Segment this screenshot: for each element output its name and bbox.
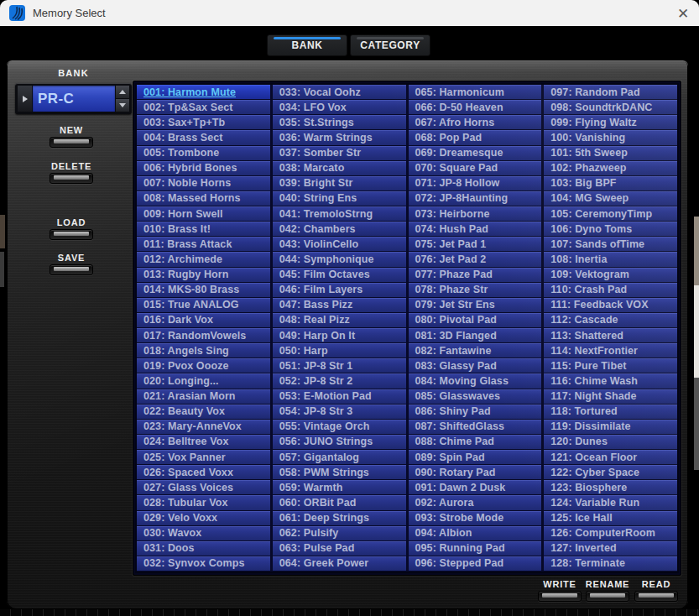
patch-item[interactable]: 066: D-50 Heaven	[409, 100, 542, 115]
patch-item[interactable]: 104: MG Sweep	[544, 191, 677, 206]
patch-item[interactable]: 079: Jet Str Ens	[409, 298, 542, 313]
patch-item[interactable]: 126: ComputerRoom	[544, 526, 677, 541]
read-button[interactable]	[634, 591, 678, 602]
patch-item[interactable]: 051: JP-8 Str 1	[273, 358, 406, 373]
patch-item[interactable]: 057: Gigantalog	[273, 450, 406, 465]
patch-item[interactable]: 021: Arasian Morn	[137, 389, 270, 405]
patch-item[interactable]: 099: Flying Waltz	[544, 115, 677, 130]
patch-item[interactable]: 110: Crash Pad	[544, 283, 677, 298]
patch-item[interactable]: 043: ViolinCello	[273, 237, 406, 252]
patch-item[interactable]: 061: Deep Strings	[273, 511, 406, 526]
patch-item[interactable]: 103: Big BPF	[544, 176, 677, 191]
patch-item[interactable]: 119: Dissimilate	[544, 420, 677, 435]
patch-item[interactable]: 083: Glassy Pad	[409, 358, 542, 373]
patch-item[interactable]: 025: Vox Panner	[137, 450, 270, 465]
patch-item[interactable]: 096: Stepped Pad	[409, 556, 542, 572]
patch-item[interactable]: 030: Wavox	[137, 526, 270, 541]
patch-item[interactable]: 018: Angels Sing	[137, 343, 270, 358]
patch-item[interactable]: 062: Pulsify	[273, 526, 406, 541]
delete-button[interactable]	[50, 173, 93, 184]
patch-item[interactable]: 078: Phaze Str	[409, 283, 542, 298]
patch-item[interactable]: 127: Inverted	[544, 541, 677, 556]
write-button[interactable]	[538, 591, 582, 602]
patch-item[interactable]: 015: True ANALOG	[137, 298, 270, 313]
patch-item[interactable]: 076: Jet Pad 2	[409, 252, 542, 267]
patch-item[interactable]: 012: Archimede	[137, 252, 270, 267]
patch-item[interactable]: 105: CeremonyTimp	[544, 206, 677, 222]
patch-item[interactable]: 016: Dark Vox	[137, 313, 270, 328]
patch-item[interactable]: 075: Jet Pad 1	[409, 237, 542, 252]
patch-item[interactable]: 019: Pvox Oooze	[137, 358, 270, 373]
patch-item[interactable]: 008: Massed Horns	[137, 191, 270, 206]
patch-item[interactable]: 020: Longing...	[137, 373, 270, 389]
patch-item[interactable]: 007: Noble Horns	[137, 176, 270, 191]
patch-item[interactable]: 107: Sands ofTime	[544, 237, 677, 252]
patch-item[interactable]: 013: Rugby Horn	[137, 268, 270, 283]
patch-item[interactable]: 112: Cascade	[544, 313, 677, 328]
patch-item[interactable]: 114: NextFrontier	[544, 343, 677, 358]
patch-item[interactable]: 094: Albion	[409, 526, 542, 541]
patch-item[interactable]: 024: Belltree Vox	[137, 435, 270, 450]
patch-item[interactable]: 027: Glass Voices	[137, 480, 270, 495]
patch-item[interactable]: 120: Dunes	[544, 435, 677, 450]
patch-item[interactable]: 064: Greek Power	[273, 556, 406, 572]
patch-item[interactable]: 115: Pure Tibet	[544, 358, 677, 373]
patch-item[interactable]: 089: Spin Pad	[409, 450, 542, 465]
patch-item[interactable]: 046: Film Layers	[273, 283, 406, 298]
patch-item[interactable]: 074: Hush Pad	[409, 222, 542, 237]
new-button[interactable]	[50, 137, 93, 148]
patch-item[interactable]: 053: E-Motion Pad	[273, 389, 406, 405]
patch-item[interactable]: 045: Film Octaves	[273, 268, 406, 283]
patch-item[interactable]: 128: Terminate	[544, 556, 677, 572]
patch-item[interactable]: 109: Vektogram	[544, 268, 677, 283]
patch-item[interactable]: 080: Pivotal Pad	[409, 313, 542, 328]
save-button[interactable]	[50, 264, 93, 275]
patch-item[interactable]: 047: Bass Pizz	[273, 298, 406, 313]
patch-item[interactable]: 034: LFO Vox	[273, 100, 406, 115]
patch-item[interactable]: 123: Biosphere	[544, 480, 677, 495]
patch-item[interactable]: 125: Ice Hall	[544, 511, 677, 526]
patch-item[interactable]: 017: RandomVowels	[137, 328, 270, 343]
patch-item[interactable]: 056: JUNO Strings	[273, 435, 406, 450]
patch-item[interactable]: 060: ORBit Pad	[273, 495, 406, 510]
patch-item[interactable]: 055: Vintage Orch	[273, 420, 406, 435]
patch-item[interactable]: 090: Rotary Pad	[409, 465, 542, 480]
bank-up-button[interactable]	[116, 86, 129, 98]
patch-item[interactable]: 037: Somber Str	[273, 146, 406, 161]
patch-item[interactable]: 106: Dyno Toms	[544, 222, 677, 237]
patch-item[interactable]: 040: String Ens	[273, 191, 406, 206]
patch-item[interactable]: 065: Harmonicum	[409, 85, 542, 100]
bank-open-button[interactable]	[18, 86, 32, 112]
patch-item[interactable]: 036: Warm Strings	[273, 130, 406, 145]
tab-bank[interactable]: BANK	[267, 34, 347, 56]
patch-item[interactable]: 041: TremoloStrng	[273, 206, 406, 222]
patch-item[interactable]: 009: Horn Swell	[137, 206, 270, 222]
patch-item[interactable]: 118: Tortured	[544, 405, 677, 420]
patch-item[interactable]: 122: Cyber Space	[544, 465, 677, 480]
patch-item[interactable]: 003: Sax+Tp+Tb	[137, 115, 270, 130]
patch-item[interactable]: 052: JP-8 Str 2	[273, 373, 406, 389]
patch-item[interactable]: 082: Fantawine	[409, 343, 542, 358]
patch-item[interactable]: 095: Running Pad	[409, 541, 542, 556]
close-icon[interactable]: ✕	[672, 3, 694, 24]
patch-item[interactable]: 058: PWM Strings	[273, 465, 406, 480]
patch-item[interactable]: 068: Pop Pad	[409, 130, 542, 145]
patch-item[interactable]: 100: Vanishing	[544, 130, 677, 145]
patch-item[interactable]: 070: Square Pad	[409, 161, 542, 176]
patch-item[interactable]: 113: Shattered	[544, 328, 677, 343]
rename-button[interactable]	[586, 591, 629, 602]
patch-item[interactable]: 032: Synvox Comps	[137, 556, 270, 572]
patch-item[interactable]: 088: Chime Pad	[409, 435, 542, 450]
patch-item[interactable]: 072: JP-8Haunting	[409, 191, 542, 206]
load-button[interactable]	[50, 229, 93, 240]
patch-item[interactable]: 005: Trombone	[137, 146, 270, 161]
patch-item[interactable]: 081: 3D Flanged	[409, 328, 542, 343]
patch-item[interactable]: 022: Beauty Vox	[137, 405, 270, 420]
patch-item[interactable]: 004: Brass Sect	[137, 130, 270, 145]
patch-item[interactable]: 084: Moving Glass	[409, 373, 542, 389]
patch-item[interactable]: 050: Harp	[273, 343, 406, 358]
patch-item[interactable]: 121: Ocean Floor	[544, 450, 677, 465]
patch-item[interactable]: 117: Night Shade	[544, 389, 677, 405]
patch-item[interactable]: 097: Random Pad	[544, 85, 677, 100]
patch-item[interactable]: 102: Phazweep	[544, 161, 677, 176]
